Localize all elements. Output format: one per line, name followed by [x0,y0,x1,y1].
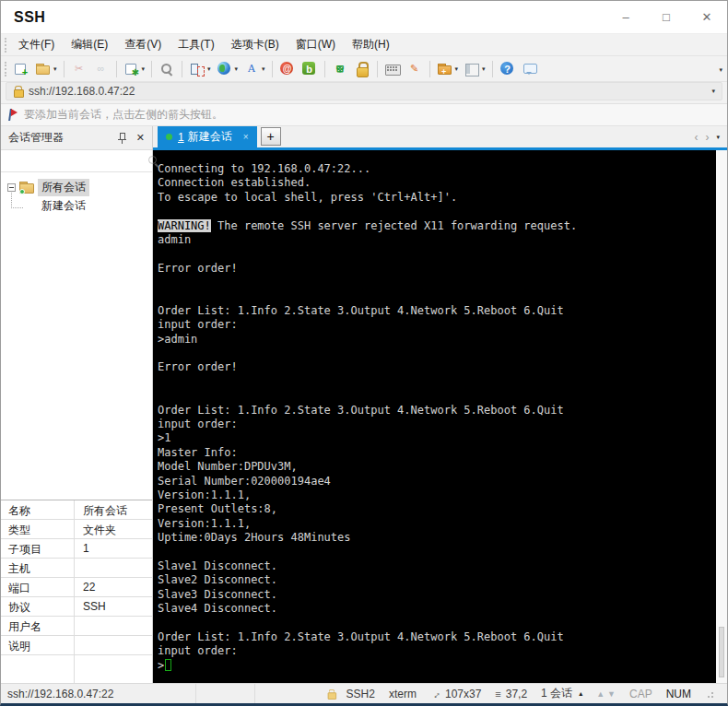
pin-icon[interactable] [117,132,127,144]
minimize-button[interactable]: – [605,1,646,33]
tab-index: 1 [178,131,184,144]
terminal-line: Version:1.1.1, [158,517,716,531]
status-bar: ssh://192.168.0.47:22 SSH2 xterm ↔ 107x3… [1,683,727,703]
session-search-input[interactable] [5,152,147,171]
scrollbar-thumb[interactable] [719,627,724,677]
layout-icon[interactable]: ▾ [462,60,487,78]
toolbar: +▾✂∞✱▾▾▾A▾@b⇕✎+▾▾? ▾ [1,56,727,82]
collapse-icon[interactable] [7,183,16,192]
tab-new-session[interactable]: 1 新建会话 × [158,126,257,147]
help-icon[interactable]: ? [498,60,518,78]
maximize-button[interactable]: □ [646,1,687,33]
fullscreen-icon[interactable]: ⇕ [330,60,350,78]
dropdown-caret-icon[interactable]: ▾ [142,65,146,73]
property-label: 用户名 [1,617,75,635]
property-value: 文件夹 [75,520,152,538]
macro-icon[interactable]: @ [277,60,298,78]
property-row[interactable]: 类型文件夹 [1,520,152,539]
terminal-line: Uptime:0Days 2Hours 48Minutes [158,531,716,545]
tab-scroll-left-icon[interactable]: ‹ [694,131,698,144]
font-icon[interactable]: A▾ [241,60,267,78]
address-dropdown-caret[interactable]: ▾ [711,88,715,95]
dropdown-caret-icon[interactable]: ▾ [207,65,211,73]
menu-window[interactable]: 窗口(W) [288,37,344,53]
tree-item-label[interactable]: 所有会话 [38,179,89,196]
tab-scroll-right-icon[interactable]: › [705,131,709,144]
property-row[interactable]: 名称所有会话 [1,500,152,520]
menu-view[interactable]: 查看(V) [116,37,170,53]
tree-item-label[interactable]: 新建会话 [38,197,89,217]
transfer-folder-icon[interactable]: +▾ [435,60,461,78]
status-terminal-type[interactable]: xterm [389,688,417,700]
menu-tabs[interactable]: 选项卡(B) [223,37,288,53]
split-view-icon[interactable]: ▾ [187,60,213,78]
toolbar-grip-handle[interactable] [5,62,6,76]
new-tab-button[interactable]: + [261,127,281,146]
terminal-output[interactable]: Connecting to 192.168.0.47:22...Connecti… [153,150,716,683]
property-label: 说明 [1,636,75,654]
terminal-line: Slave4 Disconnect. [158,602,716,616]
highlighter-icon[interactable]: ✎ [405,60,425,78]
browser-icon[interactable]: ▾ [215,60,241,78]
property-row[interactable]: 协议SSH [1,597,152,617]
property-row[interactable]: 端口22 [1,578,152,597]
new-session-icon[interactable]: + [11,60,31,78]
feedback-icon[interactable] [520,60,540,78]
dropdown-caret-icon[interactable]: ▾ [455,65,459,73]
terminal-line [158,205,716,218]
script-icon[interactable]: b [299,60,320,78]
keyboard-icon[interactable] [382,60,403,78]
dropdown-caret-icon[interactable]: ▾ [53,65,57,73]
status-session-count[interactable]: 1 会话 ▴ [541,686,582,701]
tab-list-caret[interactable]: ▾ [716,134,720,141]
previous-session-icon[interactable]: ▲ [596,689,605,699]
session-properties-icon[interactable]: ✱▾ [122,60,147,78]
properties-filler [1,655,152,683]
close-button[interactable]: ✕ [687,1,727,33]
terminal-line: Connection established. [158,176,716,190]
property-row[interactable]: 主机 [1,559,152,578]
address-bar: ssh://192.168.0.47:22 ▾ [1,82,727,104]
encryption-label: SSH2 [346,688,375,700]
tree-item-all-sessions[interactable]: 所有会话 [1,178,152,196]
tree-item-new-session[interactable]: 新建会话 [11,196,152,217]
open-folder-icon[interactable]: ▾ [33,60,59,78]
search-icon[interactable] [157,60,177,78]
menu-help[interactable]: 帮助(H) [344,37,398,53]
dropdown-caret-icon[interactable]: ▾ [235,65,239,73]
toolbar-separator [429,61,430,77]
terminal-line [158,247,716,261]
menu-items: 文件(F)编辑(E)查看(V)工具(T)选项卡(B)窗口(W)帮助(H) [10,37,398,53]
status-right: SSH2 xterm ↔ 107x37 ≡ 37,2 1 会话 ▴ ▲ ▼ CA… [326,686,727,701]
panel-close-icon[interactable]: ✕ [136,133,145,143]
tab-close-icon[interactable]: × [243,133,249,142]
resize-grip[interactable] [705,689,714,699]
toolbar-separator [182,61,182,77]
menu-edit[interactable]: 编辑(E) [63,37,116,53]
terminal-line: Model Number:DPDUv3M, [158,460,716,474]
menu-file[interactable]: 文件(F) [10,37,63,53]
session-count-caret[interactable]: ▴ [579,689,582,698]
cursor-position-icon: ≡ [495,688,500,700]
status-cursor-position: ≡ 37,2 [495,688,527,700]
property-row[interactable]: 子项目1 [1,539,152,559]
toolbar-overflow-caret[interactable]: ▾ [719,66,722,74]
lock-icon[interactable] [352,60,372,78]
address-input[interactable]: ssh://192.168.0.47:22 ▾ [6,82,722,100]
dropdown-caret-icon[interactable]: ▾ [262,65,265,73]
property-label: 端口 [1,578,75,596]
cursor-position-label: 37,2 [506,688,527,700]
menu-tools[interactable]: 工具(T) [170,37,222,53]
terminal-line: > [158,659,716,673]
terminal-scrollbar[interactable] [716,150,727,683]
next-session-icon[interactable]: ▼ [607,689,616,699]
property-value: 22 [75,578,152,596]
dropdown-caret-icon[interactable]: ▾ [482,65,486,73]
property-value: 1 [75,539,152,558]
property-row[interactable]: 说明 [1,636,152,655]
menubar-grip-handle[interactable] [5,38,6,53]
screen-size-label: 107x37 [445,688,481,700]
encryption-lock-icon [326,688,335,698]
session-tree: 所有会话 新建会话 [1,172,152,500]
property-row[interactable]: 用户名 [1,617,152,636]
